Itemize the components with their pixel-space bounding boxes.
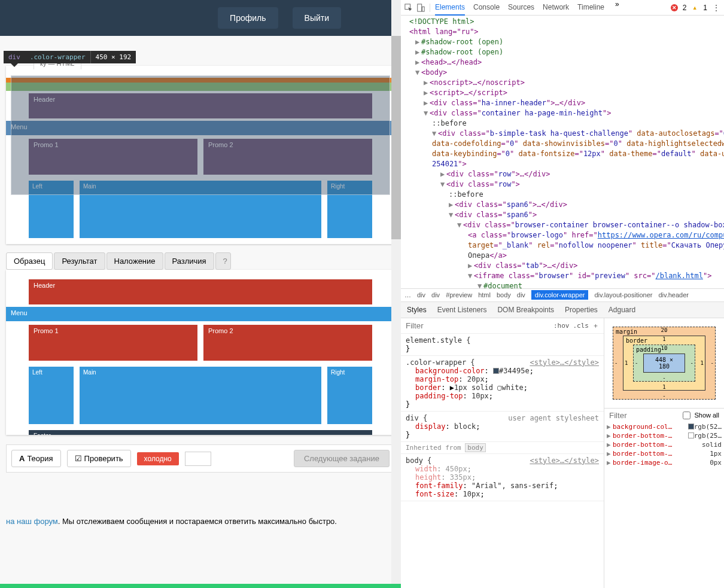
- subtab-dom-breakpoints[interactable]: DOM Breakpoints: [497, 306, 554, 314]
- action-bar: AТеория ☑Проверить холодно Следующее зад…: [6, 444, 395, 473]
- progress-indicator: [185, 452, 211, 466]
- show-all-checkbox[interactable]: [683, 412, 690, 419]
- dom-breadcrumb[interactable]: … div div #preview html body div div.col…: [401, 288, 724, 301]
- layout-left-block: Left: [29, 181, 74, 238]
- warning-count: 1: [703, 4, 707, 12]
- tabs-overflow-icon[interactable]: »: [615, 0, 619, 16]
- sample-preview: Header Menu Promo 1 Promo 2 Left Main Ri…: [6, 270, 395, 435]
- svg-rect-2: [422, 7, 425, 11]
- status-badge: холодно: [137, 452, 179, 465]
- styles-filter-input[interactable]: [406, 321, 550, 330]
- box-model-diagram: margin 20 - - - border 1 1 1 1 padding 1…: [604, 318, 724, 408]
- sample-header-block: Header: [29, 279, 372, 304]
- inspect-icon[interactable]: [404, 4, 413, 12]
- check-button[interactable]: ☑Проверить: [67, 450, 131, 467]
- styles-panel[interactable]: :hov .cls ＋ element.style { } .color-wra…: [401, 318, 604, 589]
- subtab-events[interactable]: Event Listeners: [437, 306, 487, 314]
- error-count-icon[interactable]: ✕: [671, 4, 678, 11]
- scrollbar-thumb[interactable]: [391, 36, 401, 239]
- layout-promo1-block: Promo 1: [29, 139, 197, 175]
- tab-diff[interactable]: Различия: [165, 252, 214, 270]
- comparison-tabs: Образец Результат Наложение Различия ?: [6, 252, 395, 270]
- sample-promo1-block: Promo 1: [29, 325, 197, 361]
- subtab-adguard[interactable]: Adguard: [609, 306, 635, 314]
- tooltip-class: .color-wrapper: [25, 51, 90, 63]
- sample-menu-block: Menu: [6, 307, 395, 321]
- site-header: Профиль Выйти: [0, 0, 401, 36]
- inspector-tooltip: div.color-wrapper 450 × 192: [4, 51, 136, 67]
- computed-list[interactable]: ▶background-col…rgb(52… ▶border-bottom-……: [604, 422, 724, 467]
- tab-network[interactable]: Network: [543, 0, 569, 16]
- devtools-menu-icon[interactable]: ⋮: [712, 3, 720, 13]
- tab-sources[interactable]: Sources: [508, 0, 534, 16]
- tooltip-dimensions: 450 × 192: [90, 51, 136, 63]
- footer-strip: [0, 584, 401, 588]
- tooltip-tag: div: [4, 51, 25, 63]
- sample-main-block: Main: [80, 367, 321, 424]
- padding-band: [6, 83, 395, 91]
- margin-band: [6, 78, 395, 83]
- forum-link[interactable]: на наш форум: [6, 517, 58, 526]
- subtab-properties[interactable]: Properties: [565, 306, 598, 314]
- sample-footer-block: Footer: [29, 430, 372, 435]
- theory-button[interactable]: AТеория: [11, 450, 61, 467]
- warning-count-icon[interactable]: ▲: [691, 4, 698, 11]
- sample-promo2-block: Promo 2: [203, 325, 372, 361]
- tab-result[interactable]: Результат: [54, 252, 105, 270]
- device-icon[interactable]: [416, 4, 425, 12]
- logout-button[interactable]: Выйти: [293, 7, 341, 29]
- svg-rect-1: [418, 4, 422, 11]
- tab-elements[interactable]: Elements: [435, 0, 465, 16]
- breadcrumb-selected: div.color-wrapper: [531, 290, 589, 300]
- layout-promo2-block: Promo 2: [203, 139, 372, 175]
- sample-right-block: Right: [327, 367, 372, 424]
- error-count: 2: [683, 4, 687, 12]
- profile-button[interactable]: Профиль: [218, 7, 278, 29]
- add-rule-icon[interactable]: ＋: [592, 321, 599, 330]
- tab-console[interactable]: Console: [473, 0, 500, 16]
- sample-left-block: Left: [29, 367, 74, 424]
- cls-toggle[interactable]: .cls: [573, 322, 589, 330]
- result-preview: Header Menu Promo 1 Promo 2 Left Main Ri…: [6, 66, 395, 244]
- layout-header-block: Header: [29, 93, 372, 118]
- forum-text: на наш форум. Мы отслеживаем сообщения и…: [6, 517, 395, 526]
- devtools-toolbar: Elements Console Sources Network Timelin…: [401, 0, 724, 16]
- left-scrollbar[interactable]: [391, 0, 401, 588]
- next-task-button[interactable]: Следующее задание: [294, 450, 390, 467]
- tab-timeline[interactable]: Timeline: [577, 0, 604, 16]
- layout-menu-block: Menu: [6, 121, 395, 135]
- layout-right-block: Right: [327, 181, 372, 238]
- tab-help[interactable]: ?: [215, 252, 231, 270]
- subtab-styles[interactable]: Styles: [407, 306, 427, 314]
- hov-toggle[interactable]: :hov: [553, 322, 570, 330]
- tab-overlay[interactable]: Наложение: [107, 252, 163, 270]
- styles-subtabs: Styles Event Listeners DOM Breakpoints P…: [401, 301, 724, 318]
- computed-filter-input[interactable]: [609, 411, 679, 420]
- layout-main-block: Main: [80, 181, 321, 238]
- check-icon: ☑: [75, 454, 82, 463]
- tab-sample[interactable]: Образец: [6, 252, 53, 270]
- page-left-pane: Профиль Выйти div.color-wrapper 450 × 19…: [0, 0, 401, 588]
- elements-tree[interactable]: <!DOCTYPE html> <html lang="ru"> ▶#shado…: [401, 16, 724, 288]
- devtools-panel: Elements Console Sources Network Timelin…: [401, 0, 724, 588]
